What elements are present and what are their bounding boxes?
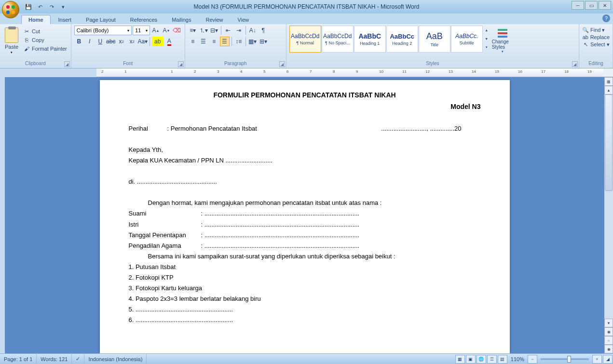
cut-button[interactable]: ✂Cut [22,27,68,35]
zoom-thumb[interactable] [567,356,571,363]
outline-view[interactable]: ☰ [487,355,497,364]
style-heading-1[interactable]: AaBbCHeading 1 [354,26,386,53]
align-center-button[interactable]: ☰ [199,37,208,46]
underline-button[interactable]: U [95,37,105,46]
next-page-button[interactable]: ◉ [604,345,613,353]
maximize-button[interactable]: ▭ [585,1,598,10]
font-dialog-launcher[interactable]: ◢ [178,61,184,67]
document-scroll[interactable]: FORMULIR PERMOHONAN PENCATATAN ITSBAT NI… [5,77,604,353]
justify-button[interactable]: ☰ [220,37,230,46]
tab-home[interactable]: Home [21,15,51,24]
tab-references[interactable]: References [123,15,164,24]
clipboard-dialog-launcher[interactable]: ◢ [64,61,70,67]
minimize-button[interactable]: ─ [572,1,584,10]
format-painter-button[interactable]: 🖌Format Painter [22,45,68,53]
document-page[interactable]: FORMULIR PERMOHONAN PENCATATAN ITSBAT NI… [100,80,510,353]
change-styles-button[interactable]: Change Styles▾ [492,26,513,60]
status-proofing[interactable]: ✓ [72,354,84,364]
svg-point-3 [12,11,15,14]
office-button[interactable] [2,1,19,18]
grow-font-button[interactable]: A▲ [151,26,161,35]
italic-button[interactable]: I [85,37,95,46]
clear-formatting-button[interactable]: ⌫ [172,26,182,35]
scroll-up-button[interactable]: ▲ [604,86,613,94]
paste-button[interactable]: Paste ▾ [3,26,20,60]
draft-view[interactable]: ▤ [498,355,507,364]
superscript-button[interactable]: x2 [127,37,137,46]
full-screen-view[interactable]: ▣ [466,355,476,364]
print-layout-view[interactable]: ▦ [455,355,465,364]
tab-page-layout[interactable]: Page Layout [79,15,123,24]
close-button[interactable]: ✕ [599,1,611,10]
svg-point-0 [6,5,10,9]
highlight-button[interactable]: ab [152,37,163,46]
group-label-clipboard: Clipboard [3,60,68,67]
shrink-font-button[interactable]: A▼ [162,26,171,35]
change-case-button[interactable]: Aa▾ [138,37,148,46]
svg-point-1 [12,5,15,9]
style-normal[interactable]: AaBbCcDd¶ Normal [289,26,321,53]
qat-customize[interactable]: ▾ [58,1,68,12]
group-editing: 🔍Find ▾ abReplace ↖Select ▾ Editing [579,24,613,68]
format-painter-icon: 🖌 [23,45,30,52]
redo-button[interactable]: ↷ [46,1,57,12]
tab-insert[interactable]: Insert [52,15,79,24]
find-button[interactable]: 🔍Find ▾ [582,27,610,33]
status-words[interactable]: Words: 121 [37,354,72,364]
cut-icon: ✂ [23,28,30,35]
font-name-combo[interactable]: Calibri (Body)▾ [74,26,132,35]
replace-button[interactable]: abReplace [582,34,610,40]
line-spacing-button[interactable]: ↕≡ [234,37,244,46]
style-title[interactable]: AaBTitle [419,26,450,53]
help-button[interactable]: ? [602,14,610,22]
scroll-thumb[interactable] [605,94,613,191]
decrease-indent-button[interactable]: ⇤ [223,26,233,35]
web-layout-view[interactable]: 🌐 [477,355,486,364]
style-no-spacing[interactable]: AaBbCcDd¶ No Spaci... [322,26,354,53]
horizontal-ruler[interactable]: 2112345678910111213141516171819 [96,68,613,77]
select-button[interactable]: ↖Select ▾ [582,41,610,48]
zoom-out-button[interactable]: − [528,355,537,364]
zoom-level[interactable]: 110% [508,356,527,362]
bold-button[interactable]: B [74,37,84,46]
browse-object-button[interactable]: ○ [604,336,613,345]
tab-view[interactable]: View [231,15,256,24]
styles-scroll-up[interactable]: ▲ [483,26,490,34]
numbering-button[interactable]: ⒈▾ [199,26,208,35]
subscript-button[interactable]: x2 [117,37,126,46]
increase-indent-button[interactable]: ⇥ [234,26,244,35]
svg-rect-4 [498,29,507,31]
styles-more[interactable]: ▾ [483,43,490,52]
paragraph-dialog-launcher[interactable]: ◢ [279,61,285,67]
vertical-scrollbar[interactable]: ▦ ▲ ▼ ◉ ○ ◉ [604,77,613,353]
multilevel-button[interactable]: ⊟▾ [209,26,219,35]
bullets-button[interactable]: ≡▾ [188,26,198,35]
font-color-button[interactable]: A [164,37,174,46]
style-heading-2[interactable]: AaBbCcHeading 2 [386,26,418,53]
scroll-down-button[interactable]: ▼ [604,319,613,327]
sort-button[interactable]: A↓ [248,26,258,35]
copy-button[interactable]: ⎘Copy [22,36,68,44]
undo-button[interactable]: ↶ [35,1,45,12]
tab-review[interactable]: Review [199,15,230,24]
resize-grip[interactable]: ◢ [603,355,613,364]
font-size-combo[interactable]: 11▾ [133,26,150,35]
borders-button[interactable]: ⊞▾ [259,37,268,46]
tab-mailings[interactable]: Mailings [165,15,198,24]
show-marks-button[interactable]: ¶ [259,26,268,35]
shading-button[interactable]: ▦▾ [248,37,258,46]
align-right-button[interactable]: ≡ [209,37,219,46]
group-label-paragraph: Paragraph [188,60,283,67]
ruler-toggle[interactable]: ▦ [604,77,613,86]
align-left-button[interactable]: ≡ [188,37,198,46]
prev-page-button[interactable]: ◉ [604,327,613,336]
status-page[interactable]: Page: 1 of 1 [0,354,37,364]
styles-dialog-launcher[interactable]: ◢ [572,61,578,67]
save-button[interactable]: 💾 [23,1,34,12]
style-subtitle[interactable]: AaBbCc.Subtitle [451,26,483,53]
status-language[interactable]: Indonesian (Indonesia) [84,354,147,364]
styles-scroll-down[interactable]: ▼ [483,34,490,43]
zoom-slider[interactable] [541,358,589,360]
strikethrough-button[interactable]: abc [106,37,116,46]
zoom-in-button[interactable]: + [592,355,602,364]
